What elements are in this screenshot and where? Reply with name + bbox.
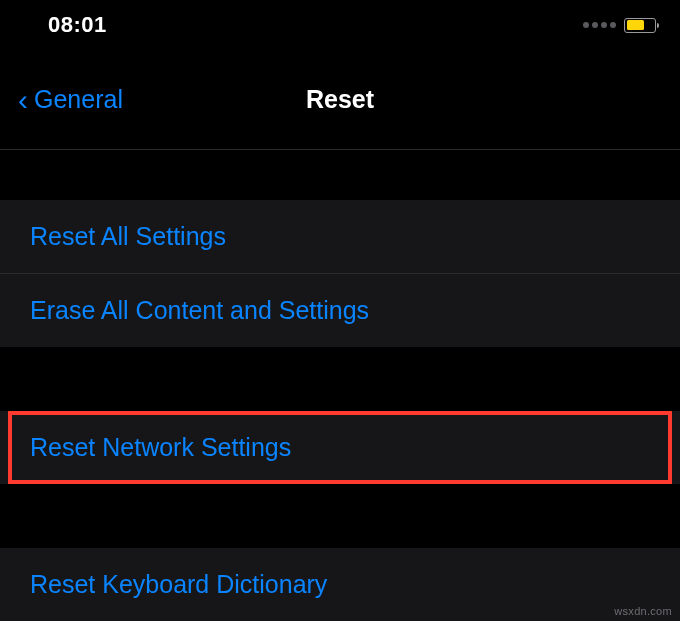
section-spacer [0,347,680,411]
page-title: Reset [306,85,374,114]
reset-all-settings-row[interactable]: Reset All Settings [0,200,680,274]
battery-icon [624,18,656,33]
status-time: 08:01 [48,12,107,38]
highlighted-section: Reset Network Settings [0,411,680,484]
settings-group-1: Reset All Settings Erase All Content and… [0,200,680,347]
signal-dots-icon [583,22,616,28]
status-bar: 08:01 [0,0,680,50]
status-right [583,18,656,33]
settings-group-3: Reset Keyboard Dictionary [0,548,680,621]
reset-network-settings-row[interactable]: Reset Network Settings [0,411,680,484]
section-spacer [0,484,680,548]
back-label: General [34,85,123,114]
erase-all-content-row[interactable]: Erase All Content and Settings [0,274,680,347]
section-spacer [0,150,680,200]
watermark: wsxdn.com [614,605,672,617]
reset-keyboard-dictionary-row[interactable]: Reset Keyboard Dictionary [0,548,680,621]
settings-group-2: Reset Network Settings [0,411,680,484]
back-button[interactable]: ‹ General [18,85,123,115]
chevron-left-icon: ‹ [18,85,28,115]
nav-bar: ‹ General Reset [0,50,680,150]
